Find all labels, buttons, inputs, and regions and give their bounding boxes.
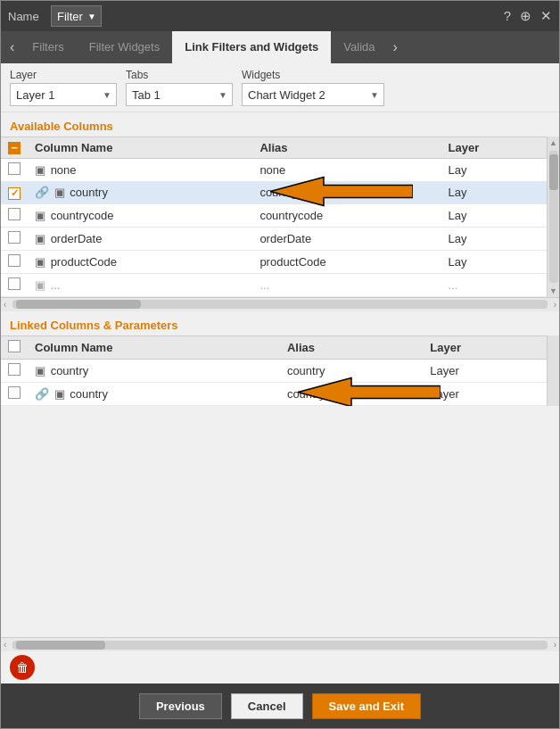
available-table-wrapper: Column Name Alias Layer [1,137,559,297]
available-table-row: ▣ none none Lay [1,159,547,182]
row-checkbox[interactable] [8,162,21,175]
bottom-horiz-thumb[interactable] [16,641,105,650]
previous-button[interactable]: Previous [139,693,222,719]
bottom-scroll-left[interactable]: ‹ [1,640,9,650]
row-checkbox[interactable] [8,254,21,267]
tab-filters[interactable]: Filters [20,31,76,63]
row-cb-cell[interactable] [1,159,28,182]
table-icon: ▣ [54,387,65,401]
row-name-cell: ▣ productCode [28,250,252,273]
linked-col-layer-header: Layer [423,336,547,359]
available-table-inner: Column Name Alias Layer [1,137,547,297]
widgets-label: Widgets [242,69,384,81]
row-name-cell: ▣ none [28,159,252,182]
linked-row-checkbox[interactable] [8,363,21,376]
linked-row-name-cell: ▣ country [28,359,280,382]
available-right-scrollbar[interactable]: ▲ ▼ [547,137,559,297]
title-icons: ? ⊕ ✕ [504,8,552,24]
table-icon: ▣ [35,232,45,245]
move-icon[interactable]: ⊕ [520,8,531,24]
horiz-scroll-thumb[interactable] [16,300,141,309]
save-exit-button[interactable]: Save and Exit [312,693,422,719]
link-icon: 🔗 [35,186,49,199]
available-horiz-scroll[interactable]: ‹ › [1,297,559,311]
available-table-row: 🔗 ▣ country [1,182,547,204]
filter-select-wrapper[interactable]: Filter [51,5,102,27]
available-columns-section: Available Columns Column Name [1,112,559,311]
row-cb-cell[interactable] [1,203,28,227]
linked-columns-section: Linked Columns & Parameters Column Name [1,311,559,631]
row-alias-cell: productCode [252,250,441,273]
cancel-button[interactable]: Cancel [231,693,303,719]
linked-row-alias-cell: country [280,382,423,405]
header-checkbox[interactable] [8,142,21,154]
row-layer-cell: ... [441,273,547,296]
delete-button[interactable]: 🗑 [10,655,35,680]
linked-col-name-header: Column Name [28,336,280,359]
tab-filter-widgets[interactable]: Filter Widgets [77,31,172,63]
row-name-cell: 🔗 ▣ country [28,182,252,204]
table-icon: ▣ [35,364,45,377]
help-icon[interactable]: ? [504,8,511,24]
scroll-right-arrow[interactable]: › [551,300,559,310]
close-icon[interactable]: ✕ [540,8,552,24]
name-label: Name [8,10,44,23]
linked-header-checkbox[interactable] [8,340,21,352]
linked-row-name-cell: 🔗 ▣ country [28,382,280,405]
row-cb-cell[interactable] [1,227,28,250]
scroll-left-arrow[interactable]: ‹ [1,300,9,310]
tab-valida[interactable]: Valida [331,31,387,63]
available-col-layer-header: Layer [441,137,547,159]
row-cb-cell[interactable] [1,250,28,273]
tab-next-arrow[interactable]: › [388,31,403,63]
available-table-row: ▣ orderDate orderDate Lay [1,227,547,250]
scroll-down-arrow[interactable]: ▼ [549,285,557,297]
row-alias-cell: country [252,182,441,204]
linked-row-checkbox[interactable] [8,386,21,399]
linked-row-cb-cell[interactable] [1,359,28,382]
linked-header-cb [1,336,28,359]
row-layer-cell: Lay [441,159,547,182]
scroll-up-arrow[interactable]: ▲ [549,137,557,149]
horiz-scroll-track [12,300,547,309]
available-columns-header: Available Columns [1,112,559,137]
available-table-row: ▣ countrycode countrycode Lay [1,203,547,227]
row-checkbox[interactable] [8,208,21,220]
widgets-select[interactable]: Chart Widget 2 [242,83,384,106]
linked-table: Column Name Alias Layer [1,336,547,406]
row-checkbox[interactable] [8,231,21,244]
linked-table-header-row: Column Name Alias Layer [1,336,547,359]
linked-table-inner: Column Name Alias Layer [1,336,547,406]
row-layer-cell: Lay [441,250,547,273]
linked-row-layer-cell: Layer [423,359,547,382]
row-cb-cell[interactable] [1,273,28,296]
row-cb-cell[interactable] [1,182,28,204]
linked-row-cb-cell[interactable] [1,382,28,405]
available-header-cb [1,137,28,159]
row-name-cell: ▣ countrycode [28,203,252,227]
scroll-thumb[interactable] [549,154,558,190]
delete-icon-area: 🗑 [1,651,559,683]
widgets-select-wrapper[interactable]: Chart Widget 2 [242,83,384,106]
tab-link-filters[interactable]: Link Filters and Widgets [172,31,331,63]
bottom-horiz-scroll[interactable]: ‹ › [1,637,559,651]
layer-select-wrapper[interactable]: Layer 1 [10,83,117,106]
tabs-select-wrapper[interactable]: Tab 1 [126,83,233,106]
available-table-row: ▣ ... ... ... [1,273,547,296]
layer-select[interactable]: Layer 1 [10,83,117,106]
linked-row-layer-cell: Layer [423,382,547,405]
row-checkbox[interactable] [8,187,21,200]
row-checkbox[interactable] [8,278,21,290]
tabs-select[interactable]: Tab 1 [126,83,233,106]
bottom-horiz-track [12,641,547,650]
empty-area [1,630,559,637]
main-window: Name Filter ? ⊕ ✕ ‹ Filters Filter Widge… [0,0,560,729]
row-name-cell: ▣ ... [28,273,252,296]
bottom-scroll-right[interactable]: › [551,640,559,650]
linked-columns-header: Linked Columns & Parameters [1,311,559,336]
tab-prev-arrow[interactable]: ‹ [4,31,20,63]
linked-right-scrollbar[interactable] [547,336,559,406]
filter-select[interactable]: Filter [51,5,102,27]
row-name-cell: ▣ orderDate [28,227,252,250]
footer: Previous Cancel Save and Exit [1,683,559,728]
